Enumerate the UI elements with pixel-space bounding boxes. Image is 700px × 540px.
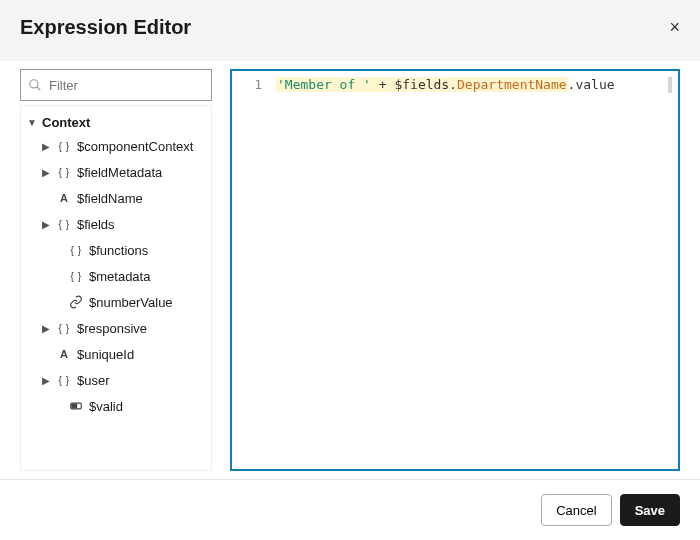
token-property: DepartmentName [457,77,567,92]
token-tail: .value [568,77,615,92]
tree-item-label: $uniqueId [77,347,134,362]
tree-item-label: $user [77,373,110,388]
chevron-right-icon: ▶ [41,323,51,334]
dialog-header: Expression Editor × [0,0,700,61]
tree-item[interactable]: ▶$user [23,367,209,393]
tree-item-label: $metadata [89,269,150,284]
chevron-right-icon: ▶ [41,141,51,152]
tree-item-label: $fieldName [77,191,143,206]
svg-line-1 [37,87,41,91]
tree-item-label: $componentContext [77,139,193,154]
tree-item-label: $functions [89,243,148,258]
dialog-body: ▼ Context ▶$componentContext▶$fieldMetad… [0,61,700,479]
token-operator: + [371,77,394,92]
context-tree[interactable]: ▼ Context ▶$componentContext▶$fieldMetad… [20,105,212,471]
token-string: 'Member of ' [277,77,371,92]
braces-icon [68,268,84,284]
tree-item-label: $fields [77,217,115,232]
close-icon[interactable]: × [669,17,680,38]
tree-root-context[interactable]: ▼ Context [23,112,209,133]
chevron-right-icon: ▶ [41,375,51,386]
dialog-footer: Cancel Save [0,479,700,540]
svg-point-0 [30,80,38,88]
braces-icon [56,164,72,180]
chevron-right-icon: ▶ [41,219,51,230]
context-panel: ▼ Context ▶$componentContext▶$fieldMetad… [20,69,212,471]
save-button[interactable]: Save [620,494,680,526]
link-icon [68,294,84,310]
chevron-down-icon: ▼ [27,117,37,128]
tree-item[interactable]: ▶$functions [23,237,209,263]
line-gutter: 1 [232,71,272,469]
chevron-right-icon: ▶ [41,167,51,178]
tree-item[interactable]: ▶$fieldMetadata [23,159,209,185]
braces-icon [68,242,84,258]
expression-editor-dialog: Expression Editor × ▼ Context ▶$componen… [0,0,700,540]
line-number: 1 [232,77,262,92]
tree-item[interactable]: ▶$componentContext [23,133,209,159]
code-line[interactable]: 'Member of ' + $fields.DepartmentName.va… [272,71,678,469]
cancel-button[interactable]: Cancel [541,494,611,526]
tree-item[interactable]: ▶$valid [23,393,209,419]
tree-item[interactable]: ▶$responsive [23,315,209,341]
tree-item[interactable]: ▶$numberValue [23,289,209,315]
expression-code-editor[interactable]: 1 'Member of ' + $fields.DepartmentName.… [230,69,680,471]
bool-icon [68,398,84,414]
filter-field [20,69,212,101]
tree-root-label: Context [42,115,90,130]
tree-item[interactable]: ▶$fields [23,211,209,237]
editor-panel: 1 'Member of ' + $fields.DepartmentName.… [230,69,680,471]
tree-item-label: $responsive [77,321,147,336]
braces-icon [56,372,72,388]
astr-icon [56,190,72,206]
caret-indicator [668,77,672,93]
search-icon [28,78,42,92]
braces-icon [56,216,72,232]
tree-item-label: $numberValue [89,295,173,310]
tree-item-label: $fieldMetadata [77,165,162,180]
braces-icon [56,138,72,154]
tree-item[interactable]: ▶$uniqueId [23,341,209,367]
tree-item[interactable]: ▶$metadata [23,263,209,289]
astr-icon [56,346,72,362]
dialog-title: Expression Editor [20,16,191,39]
filter-input[interactable] [20,69,212,101]
tree-item[interactable]: ▶$fieldName [23,185,209,211]
tree-item-label: $valid [89,399,123,414]
braces-icon [56,320,72,336]
token-variable: $fields. [394,77,457,92]
svg-rect-3 [72,404,77,408]
